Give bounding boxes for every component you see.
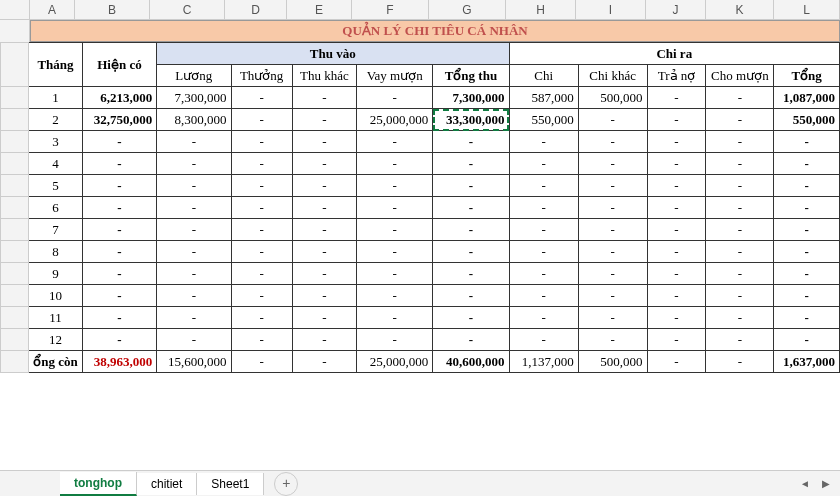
cell[interactable]: 7 [29, 219, 82, 241]
total-thukhac[interactable]: - [292, 351, 356, 373]
cell[interactable]: - [509, 219, 578, 241]
cell[interactable]: - [774, 197, 840, 219]
cell[interactable]: 4 [29, 153, 82, 175]
cell[interactable]: - [157, 329, 231, 351]
cell[interactable]: 1 [29, 87, 82, 109]
cell[interactable]: 7,300,000 [157, 87, 231, 109]
cell[interactable] [1, 131, 29, 153]
cell[interactable]: - [231, 197, 292, 219]
cell[interactable]: - [231, 87, 292, 109]
cell[interactable]: - [357, 219, 433, 241]
cell[interactable]: - [578, 197, 647, 219]
cell[interactable]: 5 [29, 175, 82, 197]
col-header-D[interactable]: D [225, 0, 287, 19]
cell[interactable]: - [231, 131, 292, 153]
cell[interactable]: - [357, 175, 433, 197]
cell[interactable]: 8,300,000 [157, 109, 231, 131]
cell[interactable]: - [774, 175, 840, 197]
col-header-H[interactable]: H [506, 0, 576, 19]
col-header-L[interactable]: L [774, 0, 840, 19]
header-chira[interactable]: Chi ra [509, 43, 840, 65]
cell[interactable]: - [433, 197, 509, 219]
header-tongthu[interactable]: Tổng thu [433, 65, 509, 87]
cell[interactable]: - [157, 197, 231, 219]
cell[interactable]: - [578, 131, 647, 153]
cell[interactable]: - [231, 175, 292, 197]
cell[interactable]: 12 [29, 329, 82, 351]
cell[interactable] [1, 219, 29, 241]
cell[interactable]: - [292, 263, 356, 285]
header-trano[interactable]: Trả nợ [647, 65, 706, 87]
cell[interactable]: - [509, 131, 578, 153]
cell[interactable] [1, 87, 29, 109]
table-row[interactable]: 232,750,0008,300,000--25,000,00033,300,0… [1, 109, 840, 131]
cell[interactable]: - [647, 329, 706, 351]
table-row[interactable]: 7----------- [1, 219, 840, 241]
cell[interactable]: - [157, 285, 231, 307]
cell[interactable]: - [157, 131, 231, 153]
cell[interactable]: - [157, 307, 231, 329]
cell[interactable]: - [433, 175, 509, 197]
total-luong[interactable]: 15,600,000 [157, 351, 231, 373]
total-label[interactable]: ổng còn [29, 351, 82, 373]
cell[interactable]: - [509, 263, 578, 285]
cell[interactable]: - [157, 175, 231, 197]
cell[interactable] [1, 263, 29, 285]
cell[interactable]: 25,000,000 [357, 109, 433, 131]
total-hienco[interactable]: 38,963,000 [82, 351, 156, 373]
header-luong[interactable]: Lương [157, 65, 231, 87]
cell[interactable]: 550,000 [509, 109, 578, 131]
spreadsheet-grid[interactable]: Tháng Hiện có Thu vào Chi ra Lương Thưởn… [0, 42, 840, 373]
cell[interactable]: - [647, 197, 706, 219]
header-thang[interactable]: Tháng [29, 43, 82, 87]
cell[interactable]: - [357, 329, 433, 351]
cell[interactable]: - [578, 307, 647, 329]
cell[interactable]: - [231, 153, 292, 175]
cell[interactable]: - [433, 241, 509, 263]
cell[interactable]: - [774, 153, 840, 175]
cell[interactable]: - [357, 263, 433, 285]
cell[interactable]: 6,213,000 [82, 87, 156, 109]
cell[interactable]: - [578, 241, 647, 263]
cell[interactable]: - [509, 329, 578, 351]
cell[interactable]: 32,750,000 [82, 109, 156, 131]
cell[interactable] [1, 197, 29, 219]
cell[interactable]: - [774, 307, 840, 329]
cell[interactable] [1, 329, 29, 351]
cell[interactable]: - [292, 307, 356, 329]
cell[interactable]: - [647, 109, 706, 131]
tab-chitiet[interactable]: chitiet [137, 473, 197, 495]
cell[interactable]: - [292, 153, 356, 175]
cell[interactable]: - [292, 329, 356, 351]
cell[interactable]: - [82, 307, 156, 329]
scroll-left-icon[interactable]: ◄ [800, 478, 810, 489]
cell[interactable]: - [578, 175, 647, 197]
cell[interactable]: - [82, 197, 156, 219]
cell[interactable]: - [357, 285, 433, 307]
cell[interactable]: - [647, 153, 706, 175]
table-row[interactable]: 3----------- [1, 131, 840, 153]
cell[interactable]: - [231, 219, 292, 241]
cell[interactable]: - [647, 131, 706, 153]
cell[interactable]: - [706, 219, 774, 241]
cell[interactable]: - [292, 241, 356, 263]
col-header-B[interactable]: B [75, 0, 150, 19]
total-tong[interactable]: 1,637,000 [774, 351, 840, 373]
cell[interactable]: - [231, 307, 292, 329]
cell[interactable]: - [82, 153, 156, 175]
sheet-title[interactable]: QUẢN LÝ CHI TIÊU CÁ NHÂN [30, 20, 840, 42]
header-chi[interactable]: Chi [509, 65, 578, 87]
add-sheet-button[interactable]: + [274, 472, 298, 496]
cell[interactable]: - [578, 109, 647, 131]
cell[interactable]: - [647, 219, 706, 241]
cell[interactable]: - [433, 131, 509, 153]
table-row[interactable]: 12----------- [1, 329, 840, 351]
cell[interactable]: - [647, 241, 706, 263]
total-row[interactable]: ổng còn 38,963,000 15,600,000 - - 25,000… [1, 351, 840, 373]
cell[interactable]: - [292, 131, 356, 153]
cell[interactable]: - [292, 87, 356, 109]
header-thuong[interactable]: Thưởng [231, 65, 292, 87]
cell[interactable]: - [231, 329, 292, 351]
cell[interactable]: - [292, 197, 356, 219]
cell[interactable]: - [578, 219, 647, 241]
